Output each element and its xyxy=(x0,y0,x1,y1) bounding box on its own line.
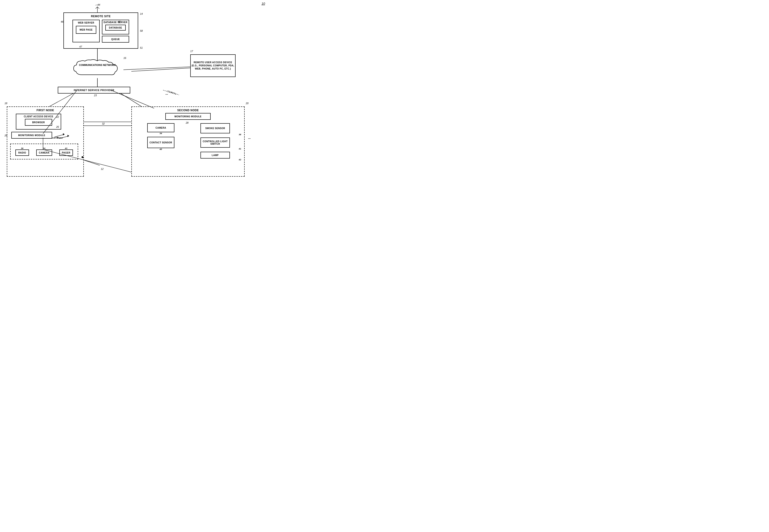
queue-box: QUEUE xyxy=(102,36,129,43)
ref-14: 14 xyxy=(140,12,143,15)
ref-18: 18 xyxy=(5,102,7,105)
database-box: DATABASE xyxy=(105,25,126,31)
web-page-box: WEB PAGE xyxy=(76,26,96,34)
ref-28-second: 28 xyxy=(186,121,188,124)
diagram: 10 REMOTE SITE WEB SERVER WEB PAGE DATAB… xyxy=(0,0,272,188)
antenna-arrows: » xyxy=(57,135,58,139)
controlled-light-switch-box: CONTROLLED LIGHT SWITCH xyxy=(200,137,230,148)
ref-32: 32 xyxy=(102,122,105,125)
svg-line-34 xyxy=(171,92,179,95)
smoke-sensor-box: SMOKE SENSOR xyxy=(200,123,230,133)
radio-label: RADIO xyxy=(18,152,26,154)
lamp-box: LAMP xyxy=(200,152,230,159)
pager-indicator xyxy=(82,156,83,158)
lamp-label: LAMP xyxy=(212,154,219,156)
ref-34-first: 34 xyxy=(43,147,45,149)
queue-label: QUEUE xyxy=(111,38,120,41)
controlled-light-switch-label: CONTROLLED LIGHT SWITCH xyxy=(201,140,229,145)
ref-41: 41 xyxy=(239,148,241,150)
ref-34-second: 34 xyxy=(159,132,162,135)
contact-sensor-box: CONTACT SENSOR xyxy=(147,137,174,148)
devices-inner-box: 36 RADIO 34 CAMERA 43 PAGER xyxy=(10,144,78,159)
ref-26-first: 26 xyxy=(56,125,59,128)
remote-user-box: REMOTE USER ACCESS DEVICE (E.G., PERSONA… xyxy=(190,54,236,77)
svg-line-7 xyxy=(131,68,190,71)
antenna-symbol: ⌒ xyxy=(95,4,99,10)
database-server-label: DATABASE SERVER xyxy=(104,21,127,24)
ref-43: 43 xyxy=(65,147,67,149)
ref-42: 42 xyxy=(239,159,241,161)
ref-58: 58 xyxy=(140,29,143,32)
communications-network-cloud: COMMUNICATIONS NETWORK xyxy=(72,59,122,78)
ref-47: 47 xyxy=(79,45,82,48)
ellipsis-2: ... xyxy=(248,136,251,140)
ref-10: 10 xyxy=(261,2,265,5)
second-monitoring-module-box: MONITORING MODULE xyxy=(165,113,211,120)
ref-23: 23 xyxy=(94,94,97,97)
ref-46: 46 xyxy=(61,20,63,23)
pager-box: PAGER xyxy=(59,149,73,156)
remote-site-box: REMOTE SITE WEB SERVER WEB PAGE DATABASE… xyxy=(63,12,138,49)
ref-51: 51 xyxy=(140,46,143,49)
second-node-box: SECOND NODE MONITORING MODULE CAMERA 34 … xyxy=(131,106,245,177)
first-node-box: FIRST NODE CLIENT ACCESS DEVICE BROWSER … xyxy=(7,106,84,177)
pager-label: PAGER xyxy=(62,152,70,154)
web-server-box: WEB SERVER WEB PAGE xyxy=(72,20,100,42)
ref-28-first: 28 xyxy=(5,134,7,137)
ellipsis-1: ... xyxy=(165,92,168,95)
web-page-label: WEB PAGE xyxy=(80,29,93,31)
ref-38: 38 xyxy=(239,133,241,136)
browser-label: BROWSER xyxy=(32,121,45,124)
client-access-device-box: CLIENT ACCESS DEVICE BROWSER xyxy=(16,114,61,130)
ref-16: 16 xyxy=(123,57,126,59)
web-server-label: WEB SERVER xyxy=(78,22,94,24)
second-node-label: SECOND NODE xyxy=(177,109,199,112)
first-monitoring-module-box: MONITORING MODULE xyxy=(11,132,52,139)
camera-label-first: CAMERA xyxy=(39,152,50,154)
svg-line-9 xyxy=(168,92,177,95)
smoke-sensor-label: SMOKE SENSOR xyxy=(205,127,225,130)
contact-sensor-label: CONTACT SENSOR xyxy=(149,141,172,144)
client-access-device-label: CLIENT ACCESS DEVICE xyxy=(24,115,53,118)
ref-12: 12 xyxy=(101,168,104,170)
ref-17: 17 xyxy=(190,50,193,53)
ref-40: 40 xyxy=(159,148,162,150)
database-label: DATABASE xyxy=(109,26,122,29)
ref-22: 22 xyxy=(56,116,59,118)
ref-36: 36 xyxy=(21,147,23,149)
communications-network-label: COMMUNICATIONS NETWORK xyxy=(79,64,116,66)
browser-box: BROWSER xyxy=(25,119,52,126)
remote-site-label: REMOTE SITE xyxy=(91,15,111,18)
svg-line-33 xyxy=(168,91,176,93)
first-node-label: FIRST NODE xyxy=(36,109,54,112)
ref-48: 48 xyxy=(118,20,121,23)
radio-box: RADIO xyxy=(15,149,29,156)
camera-box-first: CAMERA xyxy=(36,149,52,156)
svg-line-25 xyxy=(123,67,190,70)
remote-user-label: REMOTE USER ACCESS DEVICE (E.G., PERSONA… xyxy=(191,61,235,70)
camera-box-second: CAMERA xyxy=(147,123,174,132)
isp-box: INTERNET SERVICE PROVIDER xyxy=(58,87,130,94)
isp-label: INTERNET SERVICE PROVIDER xyxy=(74,89,114,91)
first-monitoring-module-label: MONITORING MODULE xyxy=(18,134,45,137)
database-server-box: DATABASE SERVER DATABASE xyxy=(102,20,129,34)
camera-label-second: CAMERA xyxy=(156,127,166,129)
ref-20: 20 xyxy=(246,102,248,105)
second-monitoring-module-label: MONITORING MODULE xyxy=(174,115,201,118)
